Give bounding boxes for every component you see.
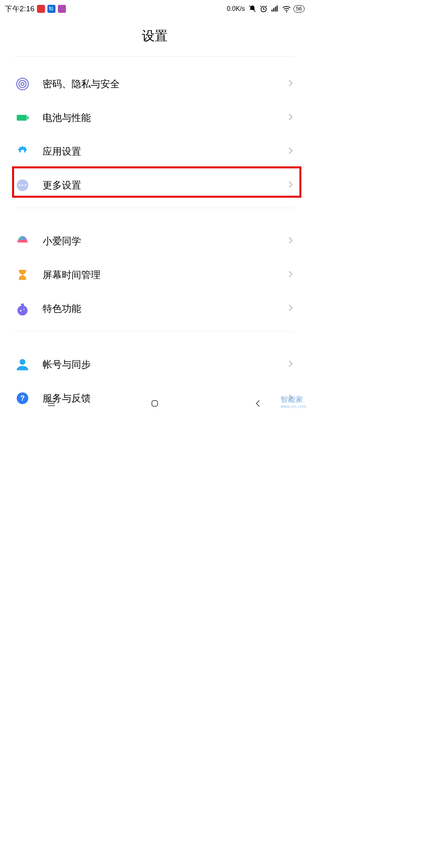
chevron-right-icon — [286, 359, 295, 370]
row-label: 特色功能 — [43, 302, 286, 315]
status-time: 下午2:16 — [5, 4, 35, 14]
status-right: 0.0K/s 56 — [227, 5, 305, 13]
row-label: 密码、隐私与安全 — [43, 78, 286, 90]
svg-rect-2 — [271, 10, 272, 12]
nav-home-button[interactable] — [149, 397, 161, 409]
svg-rect-10 — [17, 115, 27, 121]
signal-icon — [271, 5, 279, 13]
row-app-settings[interactable]: 应用设置 — [0, 135, 309, 168]
chevron-right-icon — [286, 180, 295, 190]
chevron-right-icon — [286, 113, 295, 123]
gear-icon — [14, 143, 31, 160]
nav-back-button[interactable] — [252, 397, 264, 409]
svg-rect-5 — [276, 6, 278, 12]
more-icon — [14, 177, 31, 193]
hourglass-icon — [14, 267, 31, 283]
row-label: 电池与性能 — [43, 111, 286, 124]
row-label: 帐号与同步 — [43, 358, 286, 371]
svg-rect-11 — [27, 116, 29, 119]
row-battery[interactable]: 电池与性能 — [0, 101, 309, 135]
chevron-right-icon — [286, 270, 295, 280]
wifi-icon — [282, 5, 290, 13]
group-divider — [14, 331, 295, 332]
chevron-right-icon — [286, 146, 295, 157]
chevron-right-icon — [286, 79, 295, 89]
system-nav-bar — [0, 392, 309, 415]
svg-point-9 — [21, 82, 24, 85]
row-more-settings[interactable]: 更多设置 — [0, 168, 309, 202]
network-speed: 0.0K/s — [227, 5, 245, 12]
svg-point-15 — [22, 184, 23, 186]
chevron-right-icon — [286, 236, 295, 246]
status-bar: 下午2:16 0.0K/s 56 — [0, 0, 309, 18]
settings-group-1: 密码、隐私与安全 电池与性能 应用设置 — [0, 67, 309, 202]
xiaoai-icon — [14, 233, 31, 249]
svg-point-16 — [25, 184, 26, 186]
svg-point-12 — [21, 150, 25, 154]
svg-rect-3 — [273, 8, 274, 11]
settings-group-2: 小爱同学 屏幕时间管理 特色功能 — [0, 224, 309, 326]
row-screen-time[interactable]: 屏幕时间管理 — [0, 258, 309, 292]
page-title: 设置 — [0, 18, 309, 56]
svg-point-14 — [19, 184, 20, 186]
svg-point-19 — [20, 359, 25, 365]
notif-app-icon-3 — [58, 5, 66, 13]
group-divider — [14, 208, 295, 208]
watermark-url: www.znj.com — [280, 404, 306, 409]
notif-app-icon-1 — [37, 5, 45, 13]
battery-icon — [14, 110, 31, 126]
svg-point-6 — [286, 11, 287, 12]
watermark-text: 智能家 — [280, 395, 303, 403]
row-special-features[interactable]: 特色功能 — [0, 292, 309, 326]
svg-point-17 — [20, 310, 22, 312]
svg-point-8 — [19, 80, 26, 88]
row-privacy-security[interactable]: 密码、隐私与安全 — [0, 67, 309, 101]
chevron-right-icon — [286, 303, 295, 314]
nav-recent-button[interactable] — [45, 397, 57, 409]
svg-rect-25 — [152, 401, 158, 406]
fingerprint-icon — [14, 76, 31, 92]
row-account-sync[interactable]: 帐号与同步 — [0, 348, 309, 381]
status-left: 下午2:16 — [5, 4, 66, 14]
row-label: 更多设置 — [43, 179, 286, 192]
row-xiaoai[interactable]: 小爱同学 — [0, 224, 309, 258]
row-label: 应用设置 — [43, 145, 286, 158]
alarm-icon — [260, 5, 268, 13]
battery-indicator: 56 — [293, 5, 305, 12]
user-icon — [14, 356, 31, 373]
watermark: 智能家 www.znj.com — [280, 395, 306, 409]
svg-rect-4 — [275, 7, 276, 12]
notif-app-icon-2 — [47, 5, 55, 13]
screen: 下午2:16 0.0K/s 56 设置 — [0, 0, 309, 415]
row-label: 屏幕时间管理 — [43, 268, 286, 281]
row-label: 小爱同学 — [43, 235, 286, 248]
flask-icon — [14, 301, 31, 317]
mute-icon — [248, 5, 256, 13]
svg-point-18 — [23, 309, 25, 310]
